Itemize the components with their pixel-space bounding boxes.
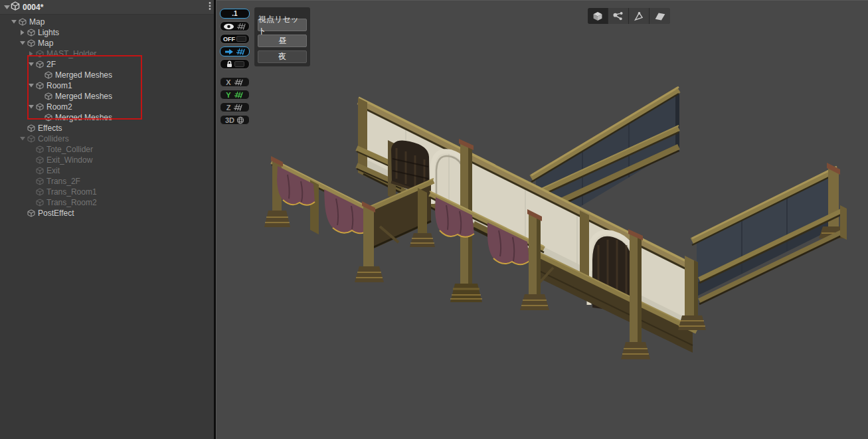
hierarchy-row-label: Effects [38, 124, 62, 133]
hierarchy-row[interactable]: Exit [0, 165, 214, 176]
axis-label: X [226, 78, 230, 86]
hierarchy-row-label: Map [38, 39, 53, 48]
cube-tool-icon [590, 11, 605, 22]
grid-icon [233, 78, 244, 86]
hierarchy-row[interactable]: Map [0, 17, 214, 27]
viewpoint-reset-button[interactable]: 視点リセット [258, 19, 307, 31]
hierarchy-header[interactable]: 0004* [0, 0, 214, 15]
gameobject-cube-icon [36, 50, 44, 58]
tree-arrow[interactable] [9, 20, 18, 24]
hierarchy-row[interactable]: Merged Meshes [0, 112, 214, 123]
tree-arrow[interactable] [18, 41, 27, 45]
visibility-button[interactable] [220, 21, 250, 31]
gameobject-cube-icon [36, 82, 44, 90]
hierarchy-tree: MapLightsMapMAST_Holder2FMerged MeshesRo… [0, 15, 214, 219]
step-label: .1 [232, 10, 237, 17]
axis-z-button[interactable]: Z [220, 102, 250, 112]
tool-cube-button[interactable] [588, 8, 608, 24]
gameobject-cube-icon [35, 103, 44, 111]
hierarchy-row-label: Lights [38, 28, 59, 37]
hierarchy-row[interactable]: Merged Meshes [0, 70, 214, 80]
expand-arrow-icon[interactable] [21, 30, 25, 35]
gameobject-cube-icon [44, 71, 52, 79]
axis-label: 3D [225, 116, 234, 124]
view-control-panel: 視点リセット昼夜 [254, 7, 310, 66]
gameobject-cube-icon [27, 124, 35, 132]
gameobject-cube-icon [44, 92, 52, 100]
hierarchy-row[interactable]: Room1 [0, 80, 214, 91]
hierarchy-row[interactable]: 2F [0, 59, 214, 70]
gameobject-cube-icon [35, 177, 44, 185]
toggle-slot[interactable] [236, 36, 246, 42]
hierarchy-row-label: Trans_2F [46, 177, 80, 186]
axis-label: Z [226, 104, 231, 112]
hierarchy-row[interactable]: Lights [0, 27, 214, 38]
hierarchy-row[interactable]: Trans_Room1 [0, 187, 214, 197]
viewport-left-toolbar: .1OFFXYZ3D [220, 9, 250, 125]
hierarchy-row[interactable]: Trans_Room2 [0, 197, 214, 208]
hierarchy-row[interactable]: Colliders [0, 133, 214, 144]
eye-icon [223, 23, 234, 30]
hierarchy-row[interactable]: PostEffect [0, 208, 214, 219]
collapse-arrow-icon[interactable] [11, 20, 17, 24]
hierarchy-row-label: Merged Meshes [55, 70, 112, 80]
tree-arrow[interactable] [27, 105, 35, 109]
axis-3d-button[interactable]: 3D [220, 115, 250, 125]
collapse-arrow-icon[interactable] [20, 41, 25, 45]
hierarchy-row-label: Exit [46, 166, 60, 175]
collapse-arrow-icon[interactable] [29, 62, 34, 66]
collapse-arrow-icon[interactable] [29, 84, 34, 88]
toggle-slot[interactable] [234, 61, 244, 67]
gameobject-cube-icon [35, 188, 44, 196]
hierarchy-row[interactable]: Tote_Collider [0, 144, 214, 155]
scene-viewport[interactable]: .1OFFXYZ3D 視点リセット昼夜 [216, 0, 868, 439]
axis-y-button[interactable]: Y [220, 90, 250, 100]
hierarchy-row[interactable]: MAST_Holder [0, 48, 214, 59]
step-button[interactable]: .1 [220, 9, 250, 19]
collapse-arrow-icon[interactable] [3, 5, 11, 9]
move-button[interactable] [220, 46, 250, 56]
hierarchy-row[interactable]: Room2 [0, 102, 214, 112]
day-button[interactable]: 昼 [258, 35, 307, 47]
tree-arrow[interactable] [18, 30, 27, 35]
hierarchy-row-label: Tote_Collider [46, 145, 93, 154]
hierarchy-row-label: Merged Meshes [55, 92, 112, 101]
lock-icon [226, 60, 233, 68]
hierarchy-row[interactable]: Effects [0, 123, 214, 133]
hierarchy-row[interactable]: Map [0, 38, 214, 48]
scene-3d-canvas[interactable] [217, 1, 868, 439]
pen-tool-icon [632, 11, 646, 22]
gameobject-cube-icon [36, 188, 44, 196]
tree-arrow[interactable] [27, 62, 35, 66]
tool-polygon-button[interactable] [650, 8, 670, 24]
lock-button[interactable] [220, 59, 250, 69]
axis-x-button[interactable]: X [220, 77, 250, 87]
editor-window: 0004* MapLightsMapMAST_Holder2FMerged Me… [0, 0, 868, 439]
tree-arrow[interactable] [18, 137, 27, 141]
gameobject-cube-icon [44, 71, 52, 79]
tree-arrow[interactable] [27, 51, 35, 56]
hierarchy-row[interactable]: Trans_2F [0, 176, 214, 187]
viewport-tool-toolbar [588, 8, 670, 24]
gameobject-cube-icon [36, 167, 44, 175]
night-button[interactable]: 夜 [258, 50, 307, 63]
grid-icon [232, 104, 243, 111]
hierarchy-row-label: 2F [46, 60, 56, 69]
tool-pen-button[interactable] [629, 8, 650, 24]
hierarchy-row[interactable]: Exit_Window [0, 155, 214, 165]
collapse-arrow-icon[interactable] [20, 137, 25, 141]
hierarchy-panel: 0004* MapLightsMapMAST_Holder2FMerged Me… [0, 0, 214, 439]
grid-icon [236, 23, 246, 30]
gameobject-cube-icon [44, 114, 52, 122]
off-button[interactable]: OFF [220, 34, 250, 44]
hierarchy-row[interactable]: Merged Meshes [0, 91, 214, 102]
axis-label: Y [226, 91, 230, 99]
scene-title: 0004* [23, 3, 209, 12]
expand-arrow-icon[interactable] [29, 51, 33, 56]
tool-joint-button[interactable] [608, 8, 629, 24]
kebab-menu-icon[interactable] [209, 1, 211, 13]
grid-icon [235, 48, 246, 55]
collapse-arrow-icon[interactable] [29, 105, 34, 109]
tree-arrow[interactable] [27, 84, 35, 88]
gameobject-cube-icon [35, 82, 44, 90]
